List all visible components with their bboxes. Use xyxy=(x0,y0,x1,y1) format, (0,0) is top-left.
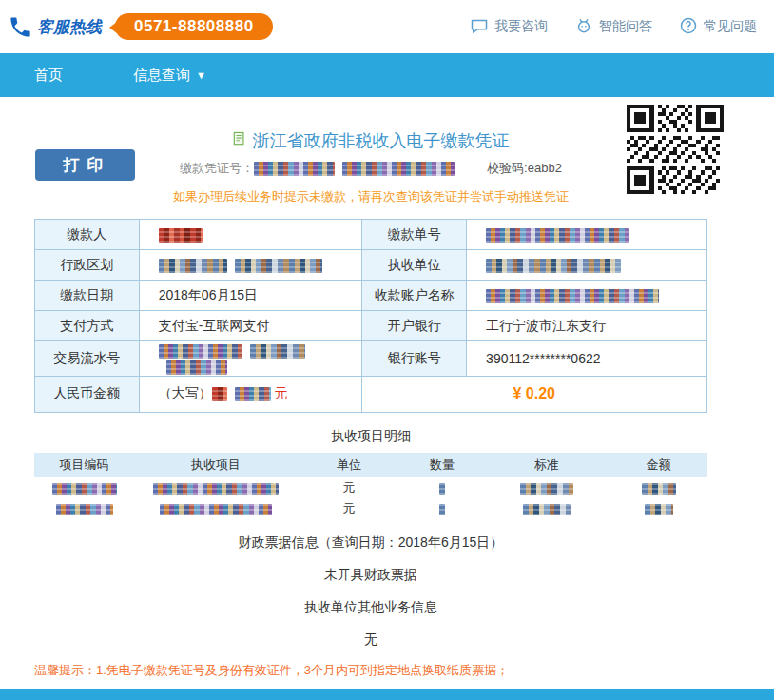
robot-icon xyxy=(574,16,593,38)
bill-info-title: 财政票据信息（查询日期：2018年6月15日） xyxy=(34,535,707,552)
redacted-unit xyxy=(486,259,621,273)
nav-item-info-query[interactable]: 信息查询 ▼ xyxy=(133,67,206,85)
bank-label: 开户银行 xyxy=(362,311,467,341)
detail-header-qty: 数量 xyxy=(400,453,484,477)
redacted-qty xyxy=(439,483,445,495)
detail-row: 元 xyxy=(34,498,707,519)
serial-value xyxy=(139,341,362,377)
voucher-title-row: 浙江省政府非税收入电子缴款凭证 xyxy=(34,129,707,152)
bill-status: 未开具财政票据 xyxy=(34,567,707,584)
hotline-label: 客服热线 xyxy=(37,16,102,38)
link-faq[interactable]: 常见问题 xyxy=(679,16,757,38)
amount-value: ¥ 0.20 xyxy=(362,376,707,412)
redacted-order-no xyxy=(486,228,629,243)
district-label: 行政区划 xyxy=(35,250,140,281)
redacted-amount xyxy=(645,504,673,515)
detail-unit: 元 xyxy=(298,498,400,519)
link-smart-qa-label: 智能问答 xyxy=(599,18,652,35)
phone-icon xyxy=(8,14,33,40)
detail-header-item: 执收项目 xyxy=(134,453,298,477)
main-content: 打印 浙江省政府非税收入电子缴款凭证 缴款凭证号： 校验码:eabb2 xyxy=(0,97,774,689)
voucher-table: 缴款人 缴款单号 行政区划 执收单位 缴款日期 2018年06月15日 收款账户… xyxy=(34,219,707,413)
amount-words-prefix: （大写） xyxy=(159,385,212,400)
redacted-item-code xyxy=(52,483,117,495)
amount-words-unit: 元 xyxy=(275,385,288,400)
detail-table: 项目编码 执收项目 单位 数量 标准 金额 元 xyxy=(34,453,707,519)
print-button[interactable]: 打印 xyxy=(35,149,135,181)
amount-label: 人民币金额 xyxy=(35,376,140,412)
table-row: 交易流水号 银行账号 390112********0622 xyxy=(35,341,707,377)
table-row: 支付方式 支付宝-互联网支付 开户银行 工行宁波市江东支行 xyxy=(35,311,707,341)
redacted-district xyxy=(159,259,227,273)
redacted-district-2 xyxy=(235,259,322,273)
redacted-item-name xyxy=(160,504,272,515)
link-faq-label: 常见问题 xyxy=(704,18,757,35)
nav-home-label: 首页 xyxy=(34,67,63,85)
redacted-standard xyxy=(523,504,571,515)
method-value: 支付宝-互联网支付 xyxy=(139,311,362,341)
other-info-value: 无 xyxy=(34,632,707,649)
detail-header-standard: 标准 xyxy=(484,453,610,477)
link-consult-label: 我要咨询 xyxy=(494,18,548,35)
nav-item-home[interactable]: 首页 xyxy=(34,67,63,85)
check-code: 校验码:eabb2 xyxy=(487,160,562,177)
method-label: 支付方式 xyxy=(35,311,140,341)
account-label: 收款账户名称 xyxy=(362,281,467,311)
qr-code xyxy=(622,105,728,194)
unit-value xyxy=(467,250,707,281)
unit-label: 执收单位 xyxy=(362,250,467,281)
redacted-qty xyxy=(439,504,445,515)
redacted-payer xyxy=(159,228,203,243)
detail-header-unit: 单位 xyxy=(298,453,400,477)
warning-text: 如果办理后续业务时提示未缴款，请再次查询该凭证并尝试手动推送凭证 xyxy=(34,188,707,204)
detail-row: 元 xyxy=(34,477,707,498)
redacted-amount-word-2 xyxy=(235,387,271,401)
acctno-label: 银行账号 xyxy=(362,341,467,377)
footer-bar xyxy=(0,689,774,700)
chevron-down-icon: ▼ xyxy=(196,69,206,81)
question-icon xyxy=(679,16,698,38)
redacted-account-name xyxy=(486,289,659,303)
header-links: 我要咨询 智能问答 常见问题 xyxy=(470,16,757,38)
table-row: 缴款人 缴款单号 xyxy=(35,220,707,250)
payer-label: 缴款人 xyxy=(35,220,140,250)
voucher-no-label: 缴款凭证号： xyxy=(180,160,254,177)
check-code-label: 校验码: xyxy=(487,161,528,175)
nav-query-label: 信息查询 xyxy=(133,67,190,85)
tips-text: 温馨提示：1.凭电子缴款凭证号及身份有效证件，3个月内可到指定地点换取纸质票据； xyxy=(34,662,707,677)
redacted-serial-1 xyxy=(159,344,242,359)
bank-value: 工行宁波市江东支行 xyxy=(467,311,707,341)
district-value xyxy=(139,250,362,281)
amount-words: （大写） 元 xyxy=(139,376,362,412)
date-value: 2018年06月15日 xyxy=(139,281,362,311)
redacted-serial-3 xyxy=(166,360,227,375)
voucher-number-line: 缴款凭证号： 校验码:eabb2 xyxy=(34,160,707,177)
check-code-value: eabb2 xyxy=(528,161,562,175)
document-icon xyxy=(233,131,246,151)
table-row: 缴款日期 2018年06月15日 收款账户名称 xyxy=(35,281,707,311)
redacted-standard xyxy=(520,483,573,495)
detail-header-amount: 金额 xyxy=(610,453,707,477)
redacted-voucher-no-2 xyxy=(342,162,455,176)
redacted-voucher-no-1 xyxy=(254,162,335,176)
main-nav: 首页 信息查询 ▼ xyxy=(0,53,774,97)
other-info-title: 执收单位其他业务信息 xyxy=(34,599,707,616)
redacted-item-name xyxy=(153,483,279,495)
table-row: 人民币金额 （大写） 元 ¥ 0.20 xyxy=(35,376,707,412)
payer-value xyxy=(139,220,362,250)
table-row: 行政区划 执收单位 xyxy=(35,250,707,281)
detail-section-title: 执收项目明细 xyxy=(34,428,707,445)
order-label: 缴款单号 xyxy=(362,220,467,250)
detail-header-code: 项目编码 xyxy=(34,453,134,477)
redacted-serial-2 xyxy=(250,344,305,359)
top-header: 客服热线 0571-88808880 我要咨询 智能问答 常见问题 xyxy=(0,0,774,53)
acctno-value: 390112********0622 xyxy=(467,341,707,377)
voucher-content: 浙江省政府非税收入电子缴款凭证 缴款凭证号： 校验码:eabb2 如果办理后续业… xyxy=(34,97,707,677)
date-label: 缴款日期 xyxy=(35,281,140,311)
link-smart-qa[interactable]: 智能问答 xyxy=(574,16,652,38)
serial-label: 交易流水号 xyxy=(35,341,140,377)
page-title: 浙江省政府非税收入电子缴款凭证 xyxy=(253,129,510,152)
link-consult[interactable]: 我要咨询 xyxy=(470,16,548,38)
redacted-amount-word-1 xyxy=(212,387,227,401)
account-value xyxy=(467,281,707,311)
